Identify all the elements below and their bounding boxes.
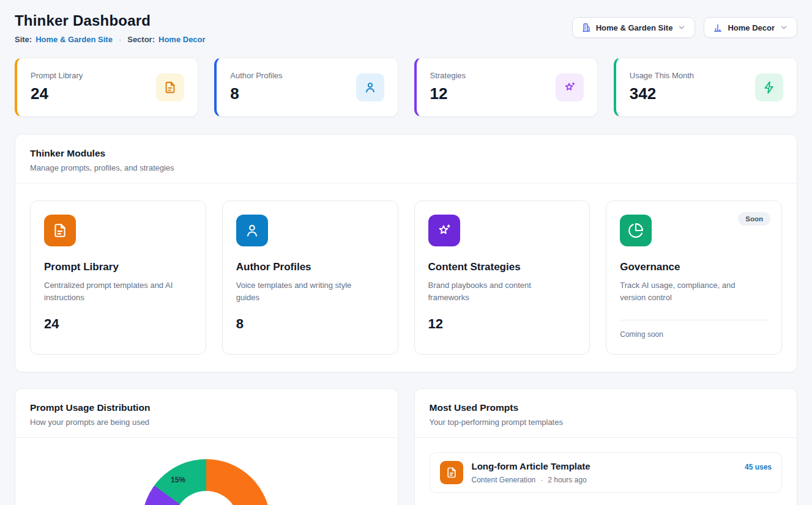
sector-link[interactable]: Home Decor [158, 35, 206, 44]
stat-label: Strategies [430, 71, 466, 80]
building-icon [581, 23, 591, 32]
modules-panel: Thinker Modules Manage prompts, profiles… [15, 134, 797, 372]
donut-segment-label: 15% [171, 476, 185, 484]
module-card-author-profiles[interactable]: Author Profiles Voice templates and writ… [222, 201, 398, 355]
module-count: 12 [428, 316, 576, 332]
stat-label: Prompt Library [31, 71, 83, 80]
module-card-governance[interactable]: Soon Governance Track AI usage, complian… [606, 201, 782, 355]
usage-title: Prompt Usage Distribution [30, 402, 383, 413]
stat-text: Author Profiles 8 [230, 71, 282, 103]
breadcrumb: Site: Home & Garden Site · Sector: Home … [15, 35, 206, 44]
separator-dot: · [119, 35, 121, 44]
module-description: Centralized prompt templates and AI inst… [44, 279, 185, 304]
soon-badge: Soon [738, 212, 770, 226]
site-label: Site: [15, 35, 32, 44]
module-description: Track AI usage, compliance, and version … [620, 279, 761, 304]
header-left: Thinker Dashboard Site: Home & Garden Si… [15, 12, 206, 44]
sector-label: Sector: [127, 35, 155, 44]
sparkle-star-icon [428, 215, 460, 246]
modules-subtitle: Manage prompts, profiles, and strategies [30, 163, 782, 172]
module-title: Prompt Library [44, 261, 192, 273]
usage-distribution-panel: Prompt Usage Distribution How your promp… [15, 388, 398, 505]
stat-card-author-profiles: Author Profiles 8 [214, 57, 398, 117]
sector-selector-label: Home Decor [728, 23, 775, 32]
prompt-item-text: Long-form Article Template Content Gener… [472, 461, 736, 484]
document-icon [44, 215, 76, 246]
coming-soon-text: Coming soon [620, 320, 768, 339]
sector-selector-dropdown[interactable]: Home Decor [704, 17, 797, 38]
stat-label: Author Profiles [230, 71, 282, 80]
module-count: 8 [236, 316, 384, 332]
prompt-item-meta: Content Generation · 2 hours ago [472, 476, 736, 484]
module-card-content-strategies[interactable]: Content Strategies Brand playbooks and c… [414, 201, 590, 355]
prompt-item-title: Long-form Article Template [472, 461, 736, 471]
module-description: Voice templates and writing style guides [236, 279, 377, 304]
document-icon [440, 461, 463, 484]
chevron-down-icon [780, 23, 788, 32]
lightning-icon [755, 73, 783, 101]
modules-title: Thinker Modules [30, 148, 782, 159]
most-used-prompts-panel: Most Used Prompts Your top-performing pr… [414, 388, 798, 505]
pie-chart-icon [620, 215, 652, 246]
bar-chart-icon [713, 23, 723, 32]
prompt-item-uses-badge: 45 uses [745, 463, 772, 471]
module-title: Governance [620, 261, 768, 273]
dashboard-page: Thinker Dashboard Site: Home & Garden Si… [0, 0, 812, 505]
stat-text: Prompt Library 24 [31, 71, 83, 103]
modules-grid: Prompt Library Centralized prompt templa… [15, 183, 797, 372]
person-icon [236, 215, 268, 246]
prompts-panel-header: Most Used Prompts Your top-performing pr… [415, 389, 797, 438]
sparkle-star-icon [556, 73, 584, 101]
separator-dot: · [540, 476, 543, 484]
stat-value: 342 [630, 84, 694, 103]
stat-text: Strategies 12 [430, 71, 466, 103]
usage-panel-header: Prompt Usage Distribution How your promp… [15, 389, 398, 438]
site-selector-label: Home & Garden Site [596, 23, 673, 32]
stats-row: Prompt Library 24 Author Profiles 8 Stra… [15, 57, 797, 117]
prompts-subtitle: Your top-performing prompt templates [430, 418, 783, 427]
usage-donut-chart-wrap: 15% [142, 459, 270, 505]
prompt-item-category: Content Generation [472, 476, 536, 484]
site-link[interactable]: Home & Garden Site [35, 35, 113, 44]
prompt-list: Long-form Article Template Content Gener… [415, 438, 797, 505]
stat-card-strategies: Strategies 12 [414, 57, 598, 117]
stat-card-prompt-library: Prompt Library 24 [15, 57, 198, 117]
person-icon [356, 73, 384, 101]
page-title: Thinker Dashboard [15, 12, 206, 29]
module-description: Brand playbooks and content frameworks [428, 279, 569, 304]
chevron-down-icon [677, 23, 686, 32]
prompt-item-time: 2 hours ago [548, 476, 586, 484]
document-icon [156, 73, 184, 101]
stat-card-usage: Usage This Month 342 [614, 57, 797, 117]
module-count: 24 [44, 316, 192, 332]
stat-value: 12 [430, 84, 466, 103]
stat-value: 8 [230, 84, 282, 103]
prompt-list-item[interactable]: Long-form Article Template Content Gener… [430, 452, 783, 493]
module-card-prompt-library[interactable]: Prompt Library Centralized prompt templa… [30, 201, 206, 355]
header: Thinker Dashboard Site: Home & Garden Si… [15, 12, 797, 44]
stat-value: 24 [31, 84, 83, 103]
modules-panel-header: Thinker Modules Manage prompts, profiles… [15, 135, 797, 183]
header-selectors: Home & Garden Site Home Decor [572, 17, 797, 38]
site-selector-dropdown[interactable]: Home & Garden Site [572, 17, 696, 38]
bottom-row: Prompt Usage Distribution How your promp… [15, 388, 797, 505]
module-title: Content Strategies [428, 261, 576, 273]
stat-label: Usage This Month [630, 71, 694, 80]
stat-text: Usage This Month 342 [630, 71, 694, 103]
usage-subtitle: How your prompts are being used [30, 418, 383, 427]
prompts-title: Most Used Prompts [430, 402, 783, 413]
module-title: Author Profiles [236, 261, 384, 273]
